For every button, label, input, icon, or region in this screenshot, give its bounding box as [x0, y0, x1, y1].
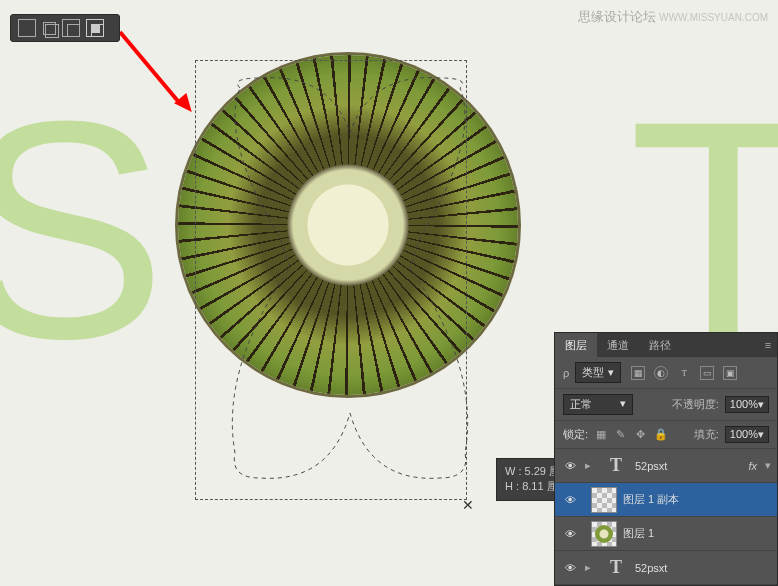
bounding-box-marquee[interactable]: ✕ — [195, 60, 467, 500]
opacity-input[interactable]: 100%▾ — [725, 396, 769, 413]
filter-pixel-icon[interactable]: ▦ — [631, 366, 645, 380]
lock-pixels-icon[interactable]: ▦ — [594, 428, 607, 441]
chevron-down-icon[interactable]: ▾ — [765, 459, 771, 472]
lock-all-icon[interactable]: 🔒 — [654, 428, 667, 441]
tab-channels[interactable]: 通道 — [597, 333, 639, 357]
fill-input[interactable]: 100%▾ — [725, 426, 769, 443]
background-letter-s: S — [0, 75, 167, 385]
selection-mode-toolbar — [10, 14, 120, 42]
filter-type-icons: ▦ ◐ T ▭ ▣ — [631, 366, 737, 380]
selection-subtract-button[interactable] — [62, 19, 80, 37]
opacity-label: 不透明度: — [672, 397, 719, 412]
lock-brush-icon[interactable]: ✎ — [614, 428, 627, 441]
lock-position-icon[interactable]: ✥ — [634, 428, 647, 441]
layer-name: 52psxt — [635, 460, 667, 472]
chevron-right-icon[interactable]: ▸ — [585, 561, 591, 574]
filter-row: ρ 类型▾ ▦ ◐ T ▭ ▣ — [555, 357, 777, 389]
watermark-url: WWW.MISSYUAN.COM — [659, 12, 768, 23]
filter-smart-icon[interactable]: ▣ — [723, 366, 737, 380]
layer-thumbnail-text: T — [603, 453, 629, 479]
layer-name: 图层 1 副本 — [623, 492, 679, 507]
selection-add-button[interactable] — [45, 24, 59, 38]
layer-row[interactable]: 👁 图层 1 副本 — [555, 483, 777, 517]
layer-row[interactable]: 👁 ▸ T 52psxt fx ▾ — [555, 449, 777, 483]
layer-thumbnail-transparent — [591, 487, 617, 513]
panel-tabs: 图层 通道 路径 ≡ — [555, 333, 777, 357]
filter-text-icon[interactable]: T — [677, 366, 691, 380]
layer-thumbnail-kiwi — [591, 521, 617, 547]
selection-new-button[interactable] — [18, 19, 36, 37]
chevron-down-icon: ▾ — [758, 428, 764, 441]
tab-layers[interactable]: 图层 — [555, 333, 597, 357]
blend-mode-dropdown[interactable]: 正常▾ — [563, 394, 633, 415]
visibility-toggle[interactable]: 👁 — [555, 460, 585, 472]
chevron-down-icon: ▾ — [620, 397, 626, 412]
fill-label: 填充: — [694, 427, 719, 442]
layer-row[interactable]: 👁 ▸ T 52psxt — [555, 551, 777, 585]
filter-adjust-icon[interactable]: ◐ — [654, 366, 668, 380]
watermark-site: 思缘设计论坛 — [578, 9, 656, 24]
selection-intersect-button[interactable] — [86, 19, 104, 37]
layer-thumbnail-text: T — [603, 555, 629, 581]
layer-row[interactable]: 👁 图层 1 — [555, 517, 777, 551]
fx-badge[interactable]: fx — [748, 460, 757, 472]
visibility-toggle[interactable]: 👁 — [555, 494, 585, 506]
chevron-down-icon: ▾ — [608, 366, 614, 379]
lock-label: 锁定: — [563, 427, 588, 442]
visibility-toggle[interactable]: 👁 — [555, 528, 585, 540]
layer-name: 图层 1 — [623, 526, 654, 541]
transform-cursor-icon: ✕ — [462, 497, 474, 513]
tab-paths[interactable]: 路径 — [639, 333, 681, 357]
watermark: 思缘设计论坛 WWW.MISSYUAN.COM — [578, 8, 768, 26]
filter-kind-dropdown[interactable]: 类型▾ — [575, 362, 621, 383]
layer-name: 52psxt — [635, 562, 667, 574]
lock-row: 锁定: ▦ ✎ ✥ 🔒 填充: 100%▾ — [555, 421, 777, 449]
filter-shape-icon[interactable]: ▭ — [700, 366, 714, 380]
layers-panel: 图层 通道 路径 ≡ ρ 类型▾ ▦ ◐ T ▭ ▣ 正常▾ 不透明度: — [554, 332, 778, 586]
canvas[interactable]: 思缘设计论坛 WWW.MISSYUAN.COM S T ✕ W : 5.29 厘… — [0, 0, 778, 586]
panel-menu-icon[interactable]: ≡ — [759, 333, 777, 357]
visibility-toggle[interactable]: 👁 — [555, 562, 585, 574]
chevron-down-icon: ▾ — [758, 398, 764, 411]
blend-row: 正常▾ 不透明度: 100%▾ — [555, 389, 777, 421]
chevron-right-icon[interactable]: ▸ — [585, 459, 591, 472]
